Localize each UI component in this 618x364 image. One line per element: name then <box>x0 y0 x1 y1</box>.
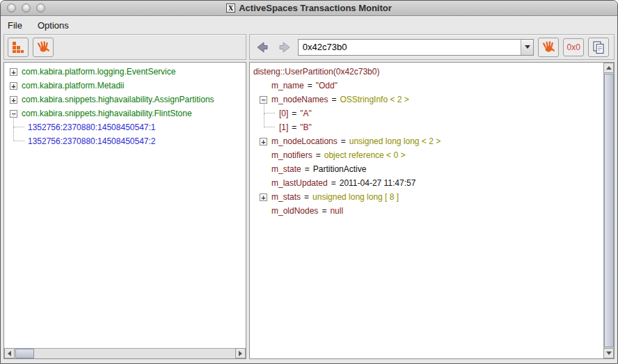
detail-vscrollbar[interactable] <box>603 63 614 358</box>
expand-icon[interactable]: + <box>10 68 17 76</box>
equals-sign: = <box>305 164 310 174</box>
detail-row[interactable]: +m_stats=unsigned long long [ 8 ] <box>250 190 603 204</box>
detail-row[interactable]: [0]="A" <box>250 106 603 120</box>
expand-icon[interactable]: + <box>10 96 17 104</box>
tree-item-label[interactable]: com.kabira.platform.logging.EventService <box>22 67 175 77</box>
tree-item[interactable]: +com.kabira.platform.Metadii <box>4 79 246 93</box>
menu-options[interactable]: Options <box>38 20 69 31</box>
partitions-view-button[interactable] <box>8 38 29 57</box>
object-detail-pane: disteng::UserPartition(0x42c73b0)m_name=… <box>249 62 615 359</box>
equals-sign: = <box>308 81 312 90</box>
detail-row[interactable]: +m_nodeLocations=unsigned long long < 2 … <box>250 134 603 148</box>
detail-row[interactable]: m_notifiers=object reference < 0 > <box>250 148 603 162</box>
tree-item-label[interactable]: com.kabira.platform.Metadii <box>22 81 124 90</box>
scroll-down-button[interactable] <box>603 348 614 358</box>
detail-row[interactable]: m_name="Odd" <box>250 79 603 93</box>
expand-icon[interactable]: + <box>260 138 267 145</box>
field-name: m_nodeNames <box>271 95 328 104</box>
detail-connector-icon <box>264 113 275 127</box>
titlebar: X ActiveSpaces Transactions Monitor <box>1 1 617 16</box>
class-tree-pane: +com.kabira.platform.logging.EventServic… <box>3 62 246 359</box>
back-button[interactable] <box>253 38 271 56</box>
detail-root-row[interactable]: disteng::UserPartition(0x42c73b0) <box>250 65 603 79</box>
detail-tree: disteng::UserPartition(0x42c73b0)m_name=… <box>250 65 603 358</box>
tree-item[interactable]: −com.kabira.snippets.highavailability.Fl… <box>4 106 246 120</box>
tree-item[interactable]: +com.kabira.platform.logging.EventServic… <box>4 65 246 79</box>
expand-icon[interactable]: + <box>260 193 267 201</box>
field-name: m_nodeLocations <box>271 136 338 146</box>
equals-sign: = <box>341 136 346 146</box>
field-name: m_notifiers <box>271 150 312 160</box>
detail-row[interactable]: [1]="B" <box>250 120 603 134</box>
scroll-down-icon <box>606 351 612 355</box>
copy-button[interactable] <box>588 38 609 57</box>
class-tree: +com.kabira.platform.logging.EventServic… <box>4 65 246 347</box>
field-value: "A" <box>300 109 312 118</box>
grab-object-button[interactable] <box>538 38 559 57</box>
copy-icon <box>592 40 605 54</box>
tree-item-label[interactable]: com.kabira.snippets.highavailability.Ass… <box>22 95 214 104</box>
field-name: m_name <box>271 81 304 90</box>
field-value: OSStringInfo < 2 > <box>340 95 409 104</box>
equals-sign: = <box>331 178 336 188</box>
tree-connector-icon <box>13 113 24 127</box>
equals-sign: = <box>322 206 326 216</box>
equals-sign: = <box>316 150 321 160</box>
class-tree-hscrollbar[interactable] <box>4 348 246 358</box>
field-value: object reference < 0 > <box>324 150 406 160</box>
scroll-left-icon <box>8 351 11 356</box>
vscroll-thumb[interactable] <box>604 74 614 347</box>
scroll-left-button[interactable] <box>4 348 15 358</box>
field-value: unsigned long long < 2 > <box>349 136 441 146</box>
equals-sign: = <box>292 122 296 132</box>
field-value: 2011-04-27 11:47:57 <box>340 178 416 188</box>
partition-blocks-icon <box>12 41 24 54</box>
forward-arrow-icon <box>278 41 292 54</box>
tree-item[interactable]: +com.kabira.snippets.highavailability.As… <box>4 93 246 106</box>
hand-icon <box>36 40 50 54</box>
app-window: X ActiveSpaces Transactions Monitor File… <box>0 0 618 364</box>
field-name: [0] <box>279 109 288 118</box>
field-name: m_lastUpdated <box>271 178 328 188</box>
hand-icon <box>541 40 555 54</box>
window-controls <box>7 3 45 13</box>
detail-row[interactable]: −m_nodeNames=OSStringInfo < 2 > <box>250 93 603 106</box>
field-value: "B" <box>300 122 312 132</box>
detail-row[interactable]: m_lastUpdated=2011-04-27 11:47:57 <box>250 176 603 190</box>
zoom-button[interactable] <box>36 3 45 13</box>
x11-app-icon: X <box>226 3 235 13</box>
grab-refresh-button[interactable] <box>33 38 54 57</box>
address-dropdown-button[interactable] <box>521 40 533 55</box>
scroll-up-icon <box>606 66 612 70</box>
minimize-button[interactable] <box>22 3 31 13</box>
field-name: m_oldNodes <box>271 206 318 216</box>
field-value: "Odd" <box>316 81 338 90</box>
equals-sign: = <box>331 95 336 104</box>
hex-view-button[interactable]: 0x0 <box>563 38 584 56</box>
scroll-right-button[interactable] <box>235 348 246 358</box>
menu-file[interactable]: File <box>8 20 22 31</box>
tree-item[interactable]: 1352756:2370880:14508450547:1 <box>4 120 246 134</box>
tree-item-label[interactable]: com.kabira.snippets.highavailability.Fli… <box>22 109 192 118</box>
field-name: m_stats <box>271 192 301 202</box>
tree-item[interactable]: 1352756:2370880:14508450547:2 <box>4 134 246 148</box>
detail-connector-icon <box>264 100 275 113</box>
forward-button[interactable] <box>276 38 294 56</box>
tree-item-label[interactable]: 1352756:2370880:14508450547:2 <box>28 136 156 146</box>
scroll-up-button[interactable] <box>603 63 614 73</box>
field-name: m_state <box>271 164 301 174</box>
field-value: PartitionActive <box>313 164 367 174</box>
detail-root-label: disteng::UserPartition(0x42c73b0) <box>253 67 379 77</box>
left-toolbar <box>3 34 246 60</box>
detail-row[interactable]: m_oldNodes=null <box>250 204 603 218</box>
expand-icon[interactable]: + <box>10 82 17 90</box>
tree-item-label[interactable]: 1352756:2370880:14508450547:1 <box>28 122 156 132</box>
hscroll-thumb[interactable] <box>15 349 34 358</box>
close-button[interactable] <box>7 3 16 13</box>
scroll-right-icon <box>239 351 242 356</box>
right-toolbar: 0x0 <box>249 34 615 60</box>
equals-sign: = <box>304 192 309 202</box>
address-input[interactable] <box>299 40 521 55</box>
back-arrow-icon <box>255 41 269 54</box>
detail-row[interactable]: m_state=PartitionActive <box>250 162 603 176</box>
